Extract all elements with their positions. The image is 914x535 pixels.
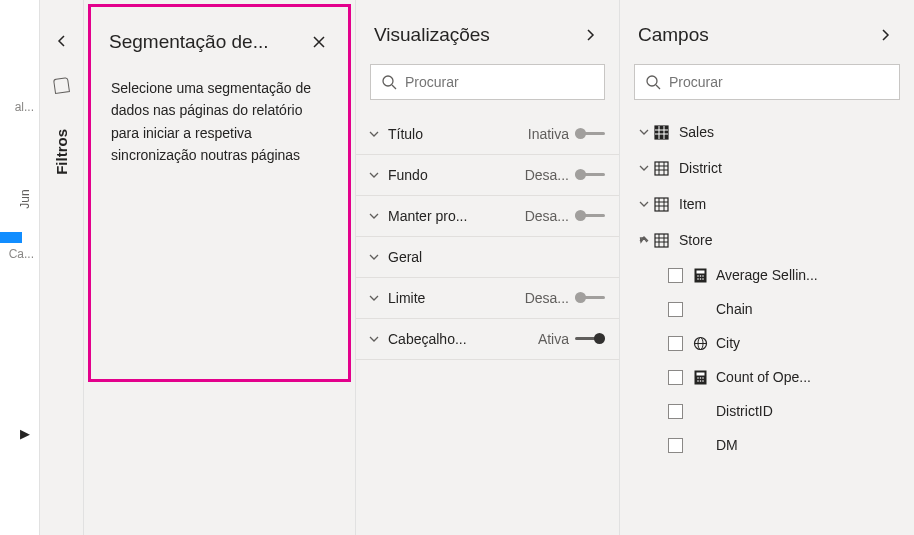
svg-rect-9 [655,162,668,175]
property-toggle[interactable] [575,209,605,223]
format-property-row[interactable]: Geral [356,237,619,278]
chevron-down-icon [638,162,654,174]
format-property-row[interactable]: Limite Desa... [356,278,619,319]
field-table[interactable]: Store [620,222,914,258]
axis-label: al... [0,100,39,114]
field-item[interactable]: City [620,326,914,360]
filters-label: Filtros [53,129,70,175]
table-name: Sales [679,124,714,140]
sync-slicers-pane: Segmentação de... Selecione uma segmenta… [84,0,356,535]
field-checkbox[interactable] [668,438,683,453]
bar-chart-fragment [0,232,22,243]
field-item[interactable]: DistrictID [620,394,914,428]
page-nav-next[interactable]: ▶ [16,422,39,445]
table-name: Item [679,196,706,212]
property-status: Desa... [525,167,569,183]
field-name: City [716,335,740,351]
svg-line-1 [392,85,396,89]
property-label: Fundo [388,167,525,183]
svg-rect-25 [697,270,705,273]
svg-rect-14 [655,198,668,211]
visualizations-search[interactable] [370,64,605,100]
svg-rect-4 [655,126,668,139]
field-item[interactable]: Chain [620,292,914,326]
svg-point-29 [697,278,699,280]
table-icon [654,125,669,140]
table-icon [654,161,669,176]
visualizations-title: Visualizações [374,24,579,46]
table-name: District [679,160,722,176]
filter-erase-icon[interactable] [53,77,70,94]
table-name: Store [679,232,712,248]
field-item[interactable]: Count of Ope... [620,360,914,394]
collapse-pane-icon[interactable] [579,24,601,46]
property-toggle[interactable] [575,332,605,346]
property-status: Inativa [528,126,569,142]
chevron-down-icon [368,128,384,140]
field-name: Chain [716,301,753,317]
property-status: Ativa [538,331,569,347]
field-table[interactable]: Item [620,186,914,222]
table-icon [654,233,669,248]
property-label: Título [388,126,528,142]
field-icon [693,404,708,419]
field-name: Count of Ope... [716,369,811,385]
field-checkbox[interactable] [668,268,683,283]
globe-icon [693,336,708,351]
fields-search[interactable] [634,64,900,100]
field-checkbox[interactable] [668,336,683,351]
search-icon [645,74,661,90]
calculator-icon [693,268,708,283]
fields-title: Campos [638,24,874,46]
svg-point-37 [697,377,699,379]
visualizations-search-input[interactable] [405,74,594,90]
svg-point-40 [697,380,699,382]
svg-point-42 [702,380,704,382]
chevron-down-icon [638,126,654,138]
canvas-left-edge: al... Jun Ca... ▶ [0,0,40,535]
svg-line-3 [656,85,660,89]
field-checkbox[interactable] [668,370,683,385]
axis-label: Jun [0,159,39,239]
field-checkbox[interactable] [668,302,683,317]
field-name: Average Sellin... [716,267,818,283]
field-item[interactable]: Average Sellin... [620,258,914,292]
property-toggle[interactable] [575,127,605,141]
format-property-row[interactable]: Fundo Desa... [356,155,619,196]
svg-rect-36 [697,372,705,375]
fields-search-input[interactable] [669,74,889,90]
svg-point-27 [700,275,702,277]
property-toggle[interactable] [575,291,605,305]
chevron-down-icon [368,292,384,304]
sync-slicers-highlight: Segmentação de... Selecione uma segmenta… [88,4,351,382]
svg-point-2 [647,76,657,86]
table-icon [654,197,669,212]
svg-point-31 [702,278,704,280]
property-status: Desa... [525,208,569,224]
field-checkbox[interactable] [668,404,683,419]
fields-pane: Campos Sales District Item Store Average… [620,0,914,535]
format-property-row[interactable]: Cabeçalho... Ativa [356,319,619,360]
close-icon[interactable] [308,31,330,53]
expand-filters-icon[interactable] [55,34,69,48]
field-icon [693,302,708,317]
field-item[interactable]: DM [620,428,914,462]
format-property-row[interactable]: Título Inativa [356,114,619,155]
svg-point-28 [702,275,704,277]
chevron-down-icon [368,333,384,345]
field-name: DistrictID [716,403,773,419]
property-toggle[interactable] [575,168,605,182]
search-icon [381,74,397,90]
axis-label: Ca... [0,247,39,261]
field-table[interactable]: Sales [620,114,914,150]
property-label: Limite [388,290,525,306]
sync-slicers-message: Selecione uma segmentação de dados nas p… [91,71,348,167]
filters-pane-collapsed[interactable]: Filtros [40,0,84,535]
field-table[interactable]: District [620,150,914,186]
format-property-row[interactable]: Manter pro... Desa... [356,196,619,237]
chevron-up-icon [638,234,654,246]
collapse-pane-icon[interactable] [874,24,896,46]
chevron-down-icon [368,210,384,222]
svg-point-38 [700,377,702,379]
calculator-icon [693,370,708,385]
